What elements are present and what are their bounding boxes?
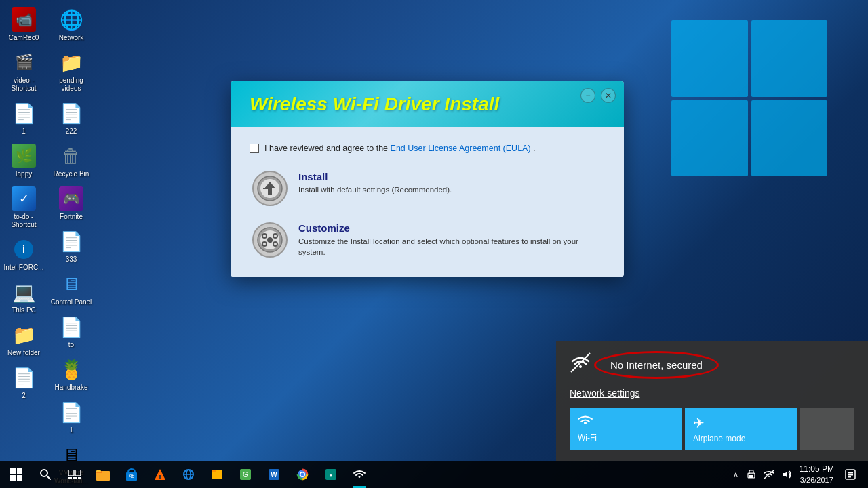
- install-desc: Install with default settings (Recommend…: [298, 184, 452, 195]
- icon-thispc[interactable]: 💻 This PC: [0, 276, 47, 319]
- customize-option[interactable]: ⚙ Customize Customize the Install locati…: [250, 220, 605, 260]
- svg-rect-56: [848, 476, 851, 478]
- icon-file2[interactable]: 📄 2: [0, 361, 47, 404]
- extra-tile[interactable]: [800, 408, 854, 450]
- svg-rect-23: [75, 470, 81, 476]
- eula-link[interactable]: End User License Agreement (EULA): [391, 144, 531, 153]
- svg-text:W: W: [271, 471, 277, 479]
- taskbar-file-mgr[interactable]: [203, 461, 231, 488]
- taskbar-ie[interactable]: [175, 461, 202, 488]
- icon-newfolder[interactable]: 📁 New folder: [0, 319, 47, 361]
- svg-rect-25: [73, 477, 77, 479]
- tray-overflow-button[interactable]: ∧: [729, 461, 743, 488]
- start-button[interactable]: [0, 461, 33, 488]
- icon-fortnite[interactable]: 🎮 Fortnite: [47, 182, 95, 225]
- eula-checkbox[interactable]: [250, 144, 259, 153]
- icon-video-shortcut[interactable]: 🎬 video - Shortcut: [0, 46, 47, 97]
- eula-text: I have reviewed and agree to the End Use…: [264, 144, 536, 153]
- icon-file333[interactable]: 📄 333: [47, 225, 95, 268]
- svg-rect-24: [68, 477, 72, 479]
- taskbar-greenshot[interactable]: G: [232, 461, 259, 488]
- icon-recycle[interactable]: 🗑 Recycle Bin: [47, 140, 95, 182]
- network-settings-link[interactable]: Network settings: [570, 388, 854, 399]
- no-internet-container: No Internet, secured: [601, 355, 712, 375]
- customize-desc: Customize the Install location and selec…: [298, 236, 602, 258]
- icon-handbrake[interactable]: 🍍 Handbrake: [47, 353, 95, 396]
- customize-option-text: Customize Customize the Install location…: [298, 222, 602, 258]
- icon-file1b[interactable]: 📄 1: [47, 396, 95, 439]
- taskbar-word[interactable]: W: [260, 461, 288, 488]
- taskbar-green-app[interactable]: ●: [317, 461, 344, 488]
- taskbar-task-view[interactable]: [61, 461, 88, 488]
- taskbar-store[interactable]: 🛍: [118, 461, 145, 488]
- icon-to[interactable]: 📄 to: [47, 310, 95, 353]
- icon-pending[interactable]: 📁 pending videos: [47, 46, 95, 97]
- taskbar-vlc[interactable]: [146, 461, 174, 488]
- icon-intel[interactable]: i Intel-FORC...: [0, 233, 47, 276]
- svg-rect-29: [96, 470, 101, 472]
- wifi-status-icon: [570, 352, 591, 378]
- airplane-tile[interactable]: ✈ Airplane mode: [685, 408, 797, 450]
- svg-rect-16: [10, 468, 16, 474]
- tray-print-icon[interactable]: [743, 461, 760, 488]
- taskbar: 🛍: [0, 461, 868, 488]
- svg-rect-17: [17, 468, 22, 474]
- close-button[interactable]: ✕: [601, 88, 616, 103]
- icon-iappy[interactable]: 🌿 Iappy: [0, 140, 47, 182]
- install-title: Install: [298, 171, 452, 182]
- dialog-titlebar: Wireless Wi-Fi Driver Install − ✕: [231, 81, 624, 127]
- wifi-tile[interactable]: Wi-Fi: [570, 408, 682, 450]
- notification-button[interactable]: [838, 461, 863, 488]
- svg-rect-54: [848, 472, 853, 474]
- svg-line-15: [571, 353, 590, 372]
- taskbar-file-explorer[interactable]: [90, 461, 117, 488]
- icon-camrec[interactable]: 📹 CamRec0: [0, 3, 47, 46]
- network-tiles: Wi-Fi ✈ Airplane mode: [570, 408, 854, 450]
- taskbar-wifi-app[interactable]: [346, 461, 373, 488]
- taskbar-search-button[interactable]: [33, 461, 58, 488]
- clock-time: 11:05 PM: [800, 464, 834, 475]
- wifi-tile-label: Wi-Fi: [578, 433, 597, 443]
- desktop-icons-col2: 🌐 Network 📁 pending videos 📄 222 🗑 Recyc…: [47, 3, 95, 488]
- svg-rect-22: [68, 470, 74, 476]
- clock-area[interactable]: 11:05 PM 3/26/2017: [795, 461, 838, 488]
- eula-row: I have reviewed and agree to the End Use…: [250, 144, 605, 153]
- install-option-text: Install Install with default settings (R…: [298, 171, 452, 195]
- install-icon: [252, 171, 288, 206]
- tray-network-icon[interactable]: [760, 461, 778, 488]
- icon-network[interactable]: 🌐 Network: [47, 3, 95, 46]
- svg-rect-26: [78, 477, 81, 479]
- svg-rect-18: [10, 475, 16, 481]
- taskbar-chrome[interactable]: [289, 461, 316, 488]
- svg-rect-50: [749, 475, 753, 478]
- svg-text:⚙: ⚙: [267, 237, 273, 244]
- svg-rect-38: [212, 470, 216, 472]
- svg-rect-33: [159, 475, 161, 479]
- svg-line-21: [47, 476, 50, 479]
- install-options: Install Install with default settings (R…: [250, 168, 605, 260]
- tray-volume-icon[interactable]: [778, 461, 795, 488]
- customize-icon: ⚙: [252, 222, 288, 258]
- desktop: 📹 CamRec0 🎬 video - Shortcut 📄 1 🌿 Iappy…: [0, 0, 868, 488]
- wifi-tile-icon: [578, 415, 593, 430]
- customize-title: Customize: [298, 222, 602, 234]
- taskbar-tray: ∧: [729, 461, 868, 488]
- network-popup: No Internet, secured Network settings Wi…: [556, 341, 868, 461]
- svg-text:G: G: [243, 471, 248, 479]
- windows-logo: [671, 20, 827, 176]
- svg-marker-52: [783, 471, 787, 478]
- dialog-title: Wireless Wi-Fi Driver Install: [250, 94, 499, 115]
- svg-rect-55: [848, 474, 853, 476]
- icon-controlpanel[interactable]: 🖥 Control Panel: [47, 268, 95, 310]
- svg-text:i: i: [22, 244, 25, 255]
- network-status-row: No Internet, secured: [570, 352, 854, 378]
- icon-file1[interactable]: 📄 1: [0, 97, 47, 140]
- icon-todo[interactable]: ✓ to-do - Shortcut: [0, 182, 47, 233]
- minimize-button[interactable]: −: [580, 88, 595, 103]
- svg-text:●: ●: [330, 472, 333, 479]
- airplane-tile-icon: ✈: [693, 415, 705, 431]
- taskbar-apps: 🛍: [58, 461, 729, 488]
- icon-file222[interactable]: 📄 222: [47, 97, 95, 140]
- installer-dialog: Wireless Wi-Fi Driver Install − ✕ I have…: [231, 81, 624, 277]
- install-option[interactable]: Install Install with default settings (R…: [250, 168, 605, 209]
